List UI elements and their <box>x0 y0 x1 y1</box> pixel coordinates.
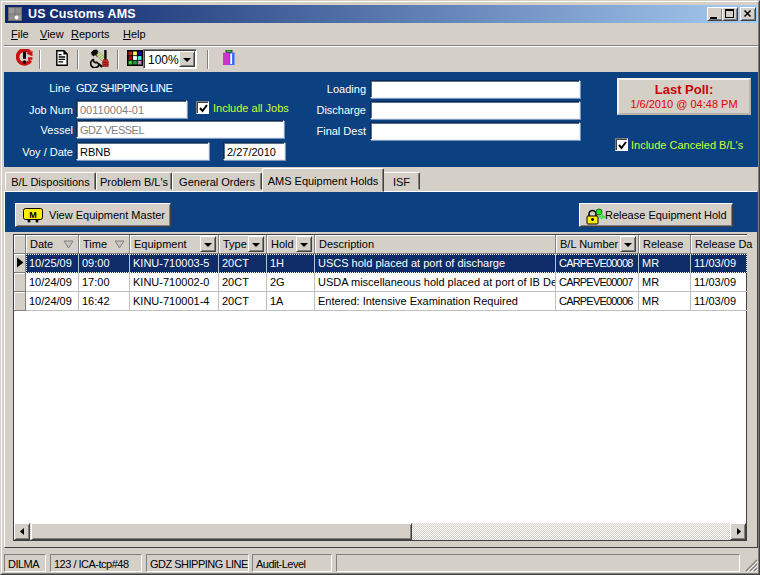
svg-text:M: M <box>29 210 37 220</box>
